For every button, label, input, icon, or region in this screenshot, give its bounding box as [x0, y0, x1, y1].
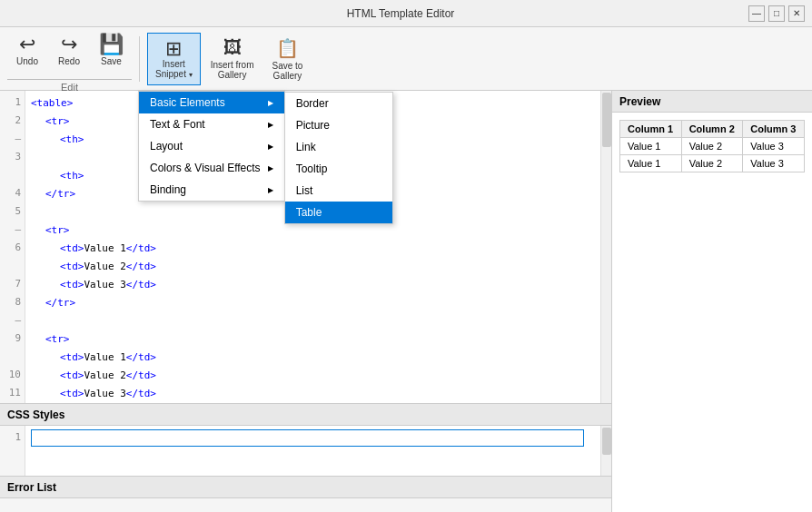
undo-button[interactable]: ↩ Undo [7, 25, 47, 77]
content-area: 12–3 45– 678 –91011 <table> <tr> <th> <t… [0, 91, 812, 512]
code-line: <td>Value 1</td> [31, 240, 606, 258]
code-line: <td>Value 3</td> [31, 385, 606, 403]
insert-gallery-label: Insert fromGallery [211, 60, 254, 80]
preview-panel: Preview Column 1 Column 2 Column 3 Value… [612, 91, 812, 512]
css-editor[interactable] [25, 426, 600, 476]
preview-col-2: Column 2 [681, 121, 743, 138]
css-input[interactable] [31, 429, 584, 447]
preview-header: Preview [612, 91, 812, 113]
layout-item[interactable]: Layout ▶ [139, 135, 284, 157]
basic-elements-item[interactable]: Basic Elements ▶ [139, 92, 284, 113]
binding-label: Binding [150, 183, 186, 196]
code-line: <td>Value 2</td> [31, 258, 606, 276]
text-font-item[interactable]: Text & Font ▶ [139, 113, 284, 135]
save-label: Save [101, 56, 122, 67]
css-header: CSS Styles [0, 404, 611, 426]
basic-elements-menu-item: Basic Elements ▶ Border Picture Link Too… [139, 92, 284, 113]
redo-icon: ↪ [61, 34, 77, 54]
code-line: <td>Value 2</td> [31, 367, 606, 385]
picture-item[interactable]: Picture [285, 114, 392, 136]
code-line: <tr> [31, 330, 606, 349]
maximize-button[interactable]: □ [768, 5, 785, 22]
code-line [31, 312, 606, 330]
colors-visual-effects-arrow: ▶ [268, 164, 273, 172]
css-scrollbar[interactable] [600, 426, 611, 476]
insert-snippet-label: InsertSnippet ▾ [155, 59, 193, 79]
border-item[interactable]: Border [285, 93, 392, 114]
undo-label: Undo [16, 56, 38, 67]
insert-from-gallery-button[interactable]: 🖼 Insert fromGallery [203, 33, 262, 85]
dropdown-menu: Basic Elements ▶ Border Picture Link Too… [138, 91, 285, 202]
layout-arrow: ▶ [268, 143, 273, 151]
css-line-numbers: 1 [0, 426, 25, 476]
toolbar: ↩ Undo ↪ Redo 💾 Save Edit ⊞ InsertSnippe… [0, 27, 812, 91]
edit-section: ↩ Undo ↪ Redo 💾 Save Edit [7, 25, 132, 93]
colors-visual-effects-item[interactable]: Colors & Visual Effects ▶ [139, 157, 284, 179]
save-to-gallery-button[interactable]: 📋 Save toGallery [264, 33, 312, 85]
code-line: <tr> [31, 222, 606, 240]
preview-header-label: Preview [619, 95, 660, 108]
undo-icon: ↩ [19, 34, 35, 54]
insert-gallery-icon: 🖼 [223, 37, 242, 58]
text-font-arrow: ▶ [268, 121, 273, 129]
preview-table: Column 1 Column 2 Column 3 Value 1 Value… [619, 120, 805, 172]
list-item[interactable]: List [285, 180, 392, 202]
window-controls: — □ ✕ [748, 5, 805, 22]
preview-body: Column 1 Column 2 Column 3 Value 1 Value… [612, 113, 812, 512]
save-gallery-icon: 📋 [276, 37, 299, 59]
save-gallery-label: Save toGallery [272, 61, 303, 81]
css-header-label: CSS Styles [7, 409, 64, 421]
colors-visual-effects-label: Colors & Visual Effects [150, 162, 261, 174]
preview-col-1: Column 1 [620, 121, 682, 138]
error-header: Error List [0, 477, 611, 498]
line-numbers: 12–3 45– 678 –91011 [0, 91, 25, 403]
css-body: 1 [0, 426, 611, 476]
basic-elements-label: Basic Elements [150, 96, 225, 109]
binding-arrow: ▶ [268, 186, 273, 194]
insert-snippet-icon: ⊞ [165, 39, 182, 59]
basic-elements-arrow: ▶ [268, 99, 273, 107]
table-item[interactable]: Table [285, 202, 392, 223]
preview-row-1: Value 1 Value 2 Value 3 [620, 138, 805, 155]
insert-section: ⊞ InsertSnippet ▾ 🖼 Insert fromGallery 📋… [147, 33, 311, 85]
submenu: Border Picture Link Tooltip List Table [284, 92, 393, 224]
preview-row-2: Value 1 Value 2 Value 3 [620, 155, 805, 172]
save-button[interactable]: 💾 Save [91, 25, 132, 77]
css-section: CSS Styles 1 [0, 403, 611, 476]
insert-snippet-button[interactable]: ⊞ InsertSnippet ▾ [147, 33, 201, 85]
code-scrollbar[interactable] [600, 91, 611, 403]
binding-item[interactable]: Binding ▶ [139, 179, 284, 201]
save-icon: 💾 [99, 34, 124, 54]
code-line: <td>Value 1</td> [31, 349, 606, 367]
code-line: </tr> [31, 294, 606, 312]
close-button[interactable]: ✕ [788, 5, 805, 22]
redo-button[interactable]: ↪ Redo [49, 25, 89, 77]
toolbar-separator-1 [139, 36, 140, 82]
error-section: Error List [0, 476, 611, 512]
title-bar: HTML Template Editor — □ ✕ [0, 0, 812, 27]
minimize-button[interactable]: — [748, 5, 765, 22]
code-line: <td>Value 3</td> [31, 276, 606, 294]
window-title: HTML Template Editor [53, 7, 748, 20]
preview-col-3: Column 3 [743, 121, 805, 138]
error-header-label: Error List [7, 481, 56, 494]
text-font-label: Text & Font [150, 118, 205, 131]
link-item[interactable]: Link [285, 136, 392, 158]
layout-label: Layout [150, 140, 183, 153]
tooltip-item[interactable]: Tooltip [285, 158, 392, 180]
redo-label: Redo [58, 56, 80, 67]
